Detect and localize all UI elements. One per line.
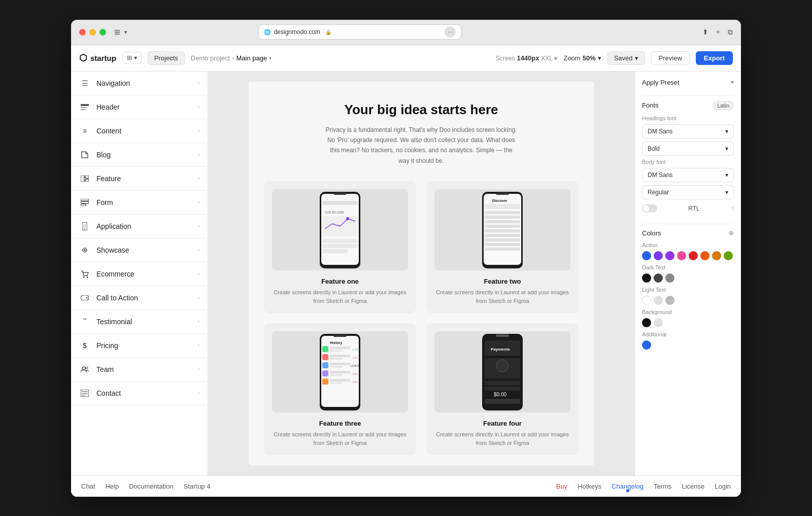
- preview-button[interactable]: Preview: [651, 51, 690, 65]
- colors-action[interactable]: ⊗: [729, 229, 734, 236]
- sidebar-item-contact[interactable]: Contact ›: [71, 382, 208, 405]
- background-color-2[interactable]: [654, 318, 663, 327]
- svg-rect-74: [496, 334, 509, 337]
- svg-rect-4: [85, 176, 89, 178]
- action-color-5[interactable]: [689, 251, 698, 260]
- dark-text-color-3[interactable]: [665, 273, 674, 283]
- sidebar-item-feature[interactable]: Feature ›: [71, 167, 208, 191]
- body-weight-dropdown[interactable]: Regular ▾: [642, 185, 734, 199]
- features-grid: 115.42 USD Feature one Create screens di…: [264, 181, 579, 455]
- action-color-3[interactable]: [665, 251, 674, 260]
- headings-weight-dropdown[interactable]: Bold ▾: [642, 142, 734, 156]
- new-tab-icon[interactable]: ＋: [715, 27, 722, 37]
- sidebar-item-team[interactable]: Team ›: [71, 358, 208, 382]
- documentation-link[interactable]: Documentation: [129, 483, 173, 490]
- minimize-button[interactable]: [89, 29, 96, 36]
- close-button[interactable]: [79, 29, 86, 36]
- canvas-area[interactable]: Your big idea starts here Privacy is a f…: [208, 72, 634, 475]
- body-font-dropdown[interactable]: DM Sans ▾: [642, 168, 734, 182]
- startup4-link[interactable]: Startup 4: [184, 483, 211, 490]
- svg-rect-54: [330, 350, 343, 352]
- sidebar-item-testimonial[interactable]: " Testimonial ›: [71, 310, 208, 334]
- maximize-button[interactable]: [99, 29, 106, 36]
- url-extension-button[interactable]: ⋯: [445, 26, 456, 38]
- projects-button[interactable]: Projects: [148, 51, 185, 65]
- sidebar-item-pricing[interactable]: $ Pricing ›: [71, 334, 208, 358]
- headings-font-dropdown[interactable]: DM Sans ▾: [642, 124, 734, 139]
- sidebar-chevron-call-to-action: ›: [198, 295, 199, 300]
- sidebar-item-ecommerce[interactable]: Ecommerce ›: [71, 262, 208, 286]
- action-color-8[interactable]: [724, 251, 733, 260]
- sidebar-label-team: Team: [96, 365, 192, 373]
- feature-icon: [79, 173, 90, 184]
- body-weight-chevron: ▾: [725, 189, 728, 196]
- svg-rect-21: [82, 391, 88, 392]
- rtl-toggle[interactable]: [642, 204, 657, 213]
- svg-rect-10: [83, 224, 86, 229]
- chevron-down-icon[interactable]: ▾: [124, 29, 127, 36]
- additional-color-1[interactable]: [642, 340, 651, 350]
- background-color-1[interactable]: [642, 318, 651, 327]
- svg-rect-66: [330, 374, 343, 376]
- login-link[interactable]: Login: [715, 483, 731, 490]
- light-text-color-1[interactable]: [642, 296, 651, 305]
- action-color-1[interactable]: [642, 251, 651, 260]
- terms-link[interactable]: Terms: [654, 483, 671, 490]
- feature-desc-four: Create screens directly in Laurent or ad…: [434, 430, 570, 447]
- saved-label: Saved: [614, 54, 633, 62]
- buy-link[interactable]: Buy: [556, 483, 567, 490]
- zoom-chevron-icon[interactable]: ▾: [598, 54, 601, 62]
- svg-rect-6: [81, 199, 89, 201]
- export-button[interactable]: Export: [696, 51, 733, 65]
- content-icon: ≡: [79, 125, 90, 136]
- feature-card-two: Discover: [426, 181, 579, 313]
- form-icon: [79, 197, 90, 208]
- title-bar-right: ⬆ ＋ ⧉: [702, 27, 733, 37]
- action-color-2[interactable]: [654, 251, 663, 260]
- sidebar-label-contact: Contact: [96, 389, 192, 397]
- sidebar-item-header[interactable]: Header ›: [71, 95, 208, 119]
- screen-chevron-icon[interactable]: ▾: [554, 55, 557, 62]
- chat-link[interactable]: Chat: [81, 483, 95, 490]
- fonts-header: Fonts Latin: [642, 101, 734, 110]
- sidebar-toggle-icon[interactable]: ⊞: [114, 28, 120, 36]
- hotkeys-link[interactable]: Hotkeys: [578, 483, 601, 490]
- license-link[interactable]: License: [682, 483, 704, 490]
- action-color-7[interactable]: [712, 251, 721, 260]
- rtl-help-icon[interactable]: ?: [731, 205, 734, 212]
- url-bar[interactable]: 🌐 designmodo.com 🔒 ⋯: [258, 24, 461, 40]
- dark-text-color-1[interactable]: [642, 273, 651, 283]
- breadcrumb-chevron-icon[interactable]: ▾: [269, 55, 272, 61]
- action-color-6[interactable]: [700, 251, 709, 260]
- apply-preset-chevron[interactable]: ▾: [731, 79, 734, 86]
- share-icon[interactable]: ⬆: [702, 28, 708, 36]
- sidebar-item-blog[interactable]: Blog ›: [71, 143, 208, 167]
- sidebar-item-call-to-action[interactable]: Call to Action ›: [71, 286, 208, 310]
- sidebar-item-content[interactable]: ≡ Content ›: [71, 119, 208, 143]
- saved-button[interactable]: Saved ▾: [607, 51, 645, 65]
- sidebar-toggle-button[interactable]: ⊞ ▾: [122, 52, 142, 64]
- svg-text:-3.00: -3.00: [352, 372, 358, 375]
- svg-rect-41: [485, 220, 520, 223]
- sidebar-label-content: Content: [96, 127, 192, 135]
- sidebar-item-form[interactable]: Form ›: [71, 191, 208, 215]
- light-text-color-2[interactable]: [654, 296, 663, 305]
- hero-title: Your big idea starts here: [264, 102, 579, 118]
- action-color-4[interactable]: [677, 251, 686, 260]
- screen-value: 1440px: [517, 54, 539, 62]
- svg-rect-45: [485, 238, 520, 242]
- help-link[interactable]: Help: [105, 483, 119, 490]
- sidebar-item-application[interactable]: Application ›: [71, 215, 208, 238]
- svg-point-13: [84, 249, 86, 251]
- dark-text-color-2[interactable]: [654, 273, 663, 283]
- sidebar-item-navigation[interactable]: ☰ Navigation ›: [71, 72, 208, 95]
- feature-title-three: Feature three: [272, 420, 408, 427]
- changelog-link[interactable]: Changelog: [612, 483, 644, 490]
- split-view-icon[interactable]: ⧉: [728, 28, 733, 37]
- light-text-color-3[interactable]: [665, 296, 674, 305]
- breadcrumb-project: Demo project: [191, 54, 230, 62]
- headings-weight-value: Bold: [648, 145, 660, 152]
- logo-text: startup: [90, 54, 116, 62]
- sidebar-item-showcase[interactable]: Showcase ›: [71, 238, 208, 262]
- svg-text:$0.00: $0.00: [494, 392, 506, 397]
